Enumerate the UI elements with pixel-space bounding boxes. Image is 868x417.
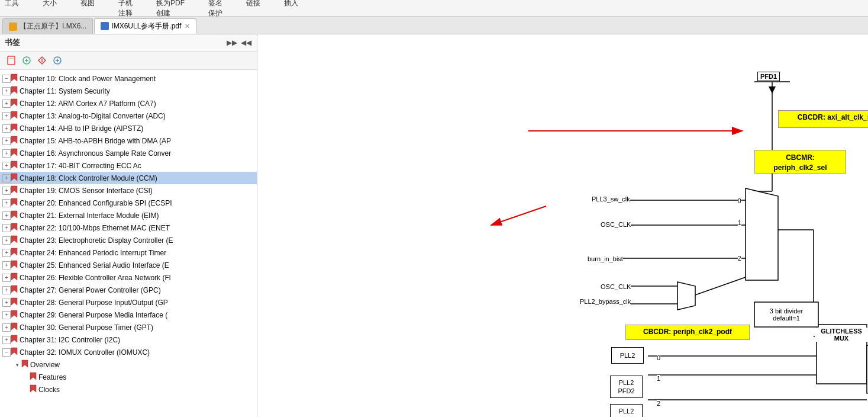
expand-btn-ch29[interactable]: + [2,311,11,319]
svg-marker-29 [11,310,17,317]
svg-marker-11 [11,86,17,94]
expand-btn-ch21[interactable]: + [2,211,11,220]
expand-btn-ch23[interactable]: + [2,236,11,245]
expand-all-button[interactable]: ▶▶ [226,37,238,49]
bookmark-item-ch21[interactable]: +Chapter 21: External Interface Module (… [0,209,257,222]
svg-marker-23 [11,236,17,243]
bookmark-label-ch29: Chapter 29: General Purpose Media Interf… [20,311,167,319]
bookmark-icon-ch22 [11,223,18,233]
expand-btn-ch26[interactable]: + [2,274,11,282]
bookmark-icon-ch28 [11,297,18,307]
bookmark-item-ch32[interactable]: −Chapter 32: IOMUX Controller (IOMUXC) [0,346,257,358]
expand-btn-ch32-cl[interactable] [21,386,30,394]
pdf-page: PFD1 CBCDR: axi_alt_clk_sel CBCMR:periph… [257,34,868,417]
bookmark-item-ch13[interactable]: +Chapter 13: Analog-to-Digital Converter… [0,110,257,122]
bookmark-item-ch19[interactable]: +Chapter 19: CMOS Sensor Interface (CSI) [0,184,257,197]
expand-btn-ch17[interactable]: + [2,162,11,170]
bookmark-item-ch22[interactable]: +Chapter 22: 10/100-Mbps Ethernet MAC (E… [0,222,257,234]
toolbar-label-notes: 子机注释 [118,0,133,18]
bookmark-label-ch32-cl: Clocks [38,386,60,394]
bookmarks-panel: 书签 ▶▶ ◀◀ −Chapter 10: Clock and Power Ma… [0,34,257,417]
bookmark-icon-ch32 [11,347,18,357]
bookmark-item-ch15[interactable]: +Chapter 15: AHB-to-APBH Bridge with DMA… [0,134,257,147]
bookmark-item-ch20[interactable]: +Chapter 20: Enhanced Configurable SPI (… [0,197,257,209]
svg-marker-21 [11,211,17,218]
expand-btn-ch13[interactable]: + [2,112,11,120]
bookmark-item-ch24[interactable]: +Chapter 24: Enhanced Periodic Interrupt… [0,246,257,259]
svg-marker-32 [11,348,17,355]
svg-marker-30 [11,323,17,330]
bookmark-item-ch26[interactable]: +Chapter 26: Flexible Controller Area Ne… [0,271,257,284]
bookmark-item-ch28[interactable]: +Chapter 28: General Purpose Input/Outpu… [0,296,257,309]
bookmark-icon-ch15 [11,136,18,146]
svg-marker-15 [11,136,17,143]
expand-btn-ch15[interactable]: + [2,137,11,145]
bookmark-label-ch18: Chapter 18: Clock Controller Module (CCM… [20,174,157,182]
expand-btn-ch28[interactable]: + [2,299,11,307]
svg-marker-25 [11,261,17,268]
toolbar-label-tools: 工具 [5,0,19,18]
osc-clk2-label: OSC_CLK [601,283,631,290]
toolbar-label-size: 大小 [43,0,57,18]
svg-marker-16 [11,149,17,156]
bookmark-item-ch12[interactable]: +Chapter 12: ARM Cortex A7 Platform (CA7… [0,97,257,110]
expand-btn-ch32-ov[interactable]: ▾ [13,361,21,369]
bookmark-item-ch30[interactable]: +Chapter 30: General Purpose Timer (GPT) [0,321,257,333]
bookmark-label-ch19: Chapter 19: CMOS Sensor Interface (CSI) [20,187,153,195]
expand-btn-ch32-ft[interactable] [21,373,30,381]
expand-btn-ch24[interactable]: + [2,249,11,257]
bookmark-icon-ch31 [11,335,18,345]
tab-close-button[interactable]: ✕ [185,23,190,30]
bookmark-item-ch32-ft[interactable]: Features [0,371,257,383]
bookmark-icon-ch20 [11,198,18,208]
svg-marker-34 [30,373,36,380]
expand-btn-ch20[interactable]: + [2,199,11,207]
expand-btn-ch31[interactable]: + [2,336,11,344]
svg-rect-0 [8,56,15,65]
expand-btn-ch11[interactable]: + [2,87,11,95]
bookmark-icon-ch32-ft [30,372,37,382]
expand-btn-ch10[interactable]: − [2,75,11,83]
bookmark-item-ch32-ov[interactable]: ▾Overview [0,358,257,371]
tab-document2[interactable]: IMX6ULL参考手册.pdf ✕ [94,18,196,34]
diagram-svg [257,34,868,417]
bookmark-item-ch17[interactable]: +Chapter 17: 40-BIT Correcting ECC Ac [0,159,257,172]
expand-btn-ch25[interactable]: + [2,261,11,270]
bookmark-label-ch25: Chapter 25: Enhanced Serial Audio Interf… [20,261,169,270]
bookmark-item-ch11[interactable]: +Chapter 11: System Security [0,85,257,97]
expand-btn-ch27[interactable]: + [2,286,11,294]
bookmark-item-ch10[interactable]: −Chapter 10: Clock and Power Management [0,72,257,85]
svg-marker-26 [11,273,17,280]
bookmark-icon-ch32-cl [30,384,37,394]
bookmark-item-ch23[interactable]: +Chapter 23: Electrophoretic Display Con… [0,234,257,246]
expand-btn-ch12[interactable]: + [2,100,11,108]
expand-btn-ch14[interactable]: + [2,124,11,133]
expand-btn-ch30[interactable]: + [2,323,11,332]
bookmark-item-ch25[interactable]: +Chapter 25: Enhanced Serial Audio Inter… [0,259,257,271]
bookmark-item-ch14[interactable]: +Chapter 14: AHB to IP Bridge (AIPSTZ) [0,122,257,134]
bookmark-item-ch16[interactable]: +Chapter 16: Asynchronous Sample Rate Co… [0,147,257,159]
bookmark-item-ch31[interactable]: +Chapter 31: I2C Controller (I2C) [0,333,257,346]
toolbar-label-link: 链接 [246,0,260,18]
bookmark-tool-4[interactable] [51,54,64,67]
bookmark-item-ch18[interactable]: +Chapter 18: Clock Controller Module (CC… [0,172,257,184]
collapse-all-button[interactable]: ◀◀ [240,37,252,49]
bookmark-tool-2[interactable] [20,54,33,67]
bookmark-item-ch32-cl[interactable]: Clocks [0,383,257,396]
tab-label-2: IMX6ULL参考手册.pdf [111,21,181,31]
bookmark-item-ch29[interactable]: +Chapter 29: General Purpose Media Inter… [0,309,257,321]
toolbar-label-pdf: 换为PDF创建 [156,0,185,18]
expand-btn-ch19[interactable]: + [2,187,11,195]
svg-marker-72 [677,282,695,310]
expand-btn-ch22[interactable]: + [2,224,11,232]
bookmark-tool-1[interactable] [5,54,18,67]
bookmark-item-ch27[interactable]: +Chapter 27: General Power Controller (G… [0,284,257,296]
expand-btn-ch18[interactable]: + [2,174,11,182]
expand-btn-ch32[interactable]: − [2,348,11,357]
bookmarks-list[interactable]: −Chapter 10: Clock and Power Management+… [0,70,257,417]
bookmark-tool-3[interactable] [36,54,49,67]
tab-document1[interactable]: 【正点原子】I.MX6... [2,18,93,34]
bookmarks-controls: ▶▶ ◀◀ [226,37,252,49]
expand-btn-ch16[interactable]: + [2,149,11,158]
pos-label-1-mux2: 1 [657,375,660,382]
